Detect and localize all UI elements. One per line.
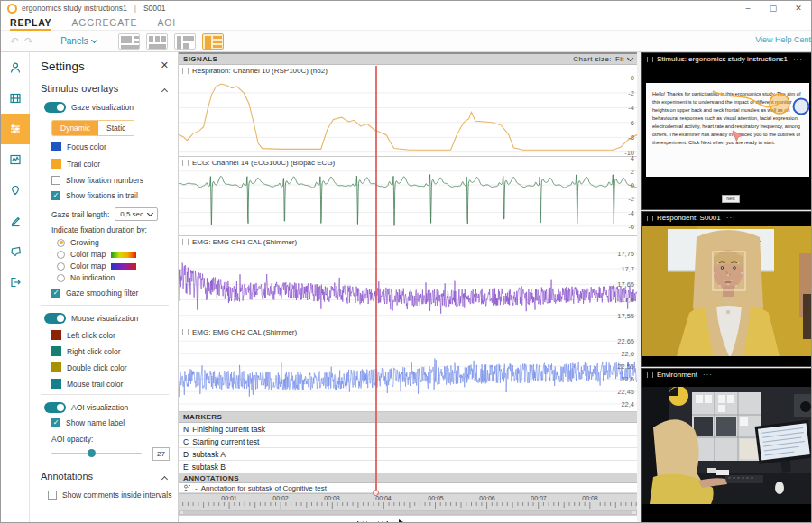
sidebar-item-annotations[interactable] xyxy=(1,206,30,236)
maximize-button[interactable]: ▢ xyxy=(761,1,786,15)
chevron-down-icon xyxy=(627,55,633,61)
colormap2-radio[interactable] xyxy=(57,262,65,271)
sidebar-item-settings[interactable] xyxy=(1,114,30,144)
chart-size-dropdown[interactable]: Chart size: Fit xyxy=(573,55,632,63)
timeline-labels: 00:0100:0200:0300:0400:0500:0600:0700:08 xyxy=(179,493,637,502)
focus-color-swatch[interactable] xyxy=(51,142,61,151)
double-click-color-swatch[interactable] xyxy=(51,362,61,372)
gaze-visualization-toggle[interactable] xyxy=(44,102,66,113)
playback-bar: 50 ms 1x 0:00:03.840 xyxy=(179,515,637,523)
emg-ch2-chart[interactable]: EMG: EMG CH2 CAL (Shimmer) 22,6522,622,5… xyxy=(179,326,637,412)
show-comments-row: Show comments inside intervals xyxy=(48,491,171,500)
settings-close-icon[interactable]: ✕ xyxy=(161,60,169,71)
chevron-down-icon xyxy=(147,210,153,216)
aoi-opacity-value[interactable]: 27 xyxy=(152,447,170,461)
marker-row[interactable]: Dsubtask A xyxy=(179,448,637,461)
sidebar-item-signals[interactable] xyxy=(1,144,30,175)
show-name-label-row: ✓ Show name label xyxy=(51,418,125,427)
show-fixation-numbers-checkbox[interactable] xyxy=(51,176,60,185)
option-colormap1-row: Color map xyxy=(57,250,136,259)
scrollbar-thumb[interactable] xyxy=(183,511,632,514)
ecg-chart[interactable]: ECG: Channel 14 (ECG100C) (Biopac ECG) 4… xyxy=(179,157,637,236)
tab-replay[interactable]: REPLAY xyxy=(10,15,51,31)
focus-color-row: Focus color xyxy=(51,142,106,151)
view-help-center-link[interactable]: View Help Center xyxy=(755,35,812,44)
show-name-label-checkbox[interactable]: ✓ xyxy=(51,418,60,427)
option-growing-row: Growing xyxy=(57,238,99,247)
layout-option-1-button[interactable] xyxy=(118,33,140,50)
drag-handle-icon[interactable] xyxy=(182,239,189,245)
mouse-visualization-toggle[interactable] xyxy=(44,313,66,324)
right-click-color-swatch[interactable] xyxy=(51,346,61,356)
tab-aggregate[interactable]: AGGREGATE xyxy=(71,15,137,31)
colormap1-gradient xyxy=(111,252,136,258)
panel-menu-icon[interactable]: ··· xyxy=(703,371,713,379)
respondent-panel-header[interactable]: Respondent: S0001 ··· xyxy=(642,212,812,224)
respiration-chart[interactable]: Respiration: Channel 10 (RSP100C) (no2) … xyxy=(179,65,637,157)
show-comments-checkbox[interactable] xyxy=(48,491,57,500)
gaze-smoothing-row: ✓ Gaze smoothing filter xyxy=(51,289,138,298)
collapse-chevron-icon[interactable] xyxy=(161,88,168,95)
respiration-chart-title: Respiration: Channel 10 (RSP100C) (no2) xyxy=(192,67,328,75)
ecg-chart-title: ECG: Channel 14 (ECG100C) (Biopac ECG) xyxy=(192,159,335,167)
tab-aoi[interactable]: AOI xyxy=(157,15,176,31)
aoi-opacity-slider[interactable] xyxy=(51,453,142,454)
drag-handle-icon[interactable] xyxy=(647,216,653,221)
slider-knob[interactable] xyxy=(88,449,96,457)
trail-color-swatch[interactable] xyxy=(51,159,61,169)
playhead-handle[interactable] xyxy=(373,490,379,496)
marker-row[interactable]: NFinishing current task xyxy=(179,423,637,436)
lasso-icon xyxy=(9,245,22,258)
colormap1-radio[interactable] xyxy=(57,251,65,259)
mouse-trail-color-swatch[interactable] xyxy=(51,379,61,389)
growing-radio[interactable] xyxy=(57,239,65,247)
drag-handle-icon[interactable] xyxy=(647,372,653,378)
signals-area: SIGNALS Chart size: Fit Respiration: Cha… xyxy=(179,52,637,523)
double-click-color-row: Double click color xyxy=(51,362,127,372)
minimize-button[interactable]: – xyxy=(735,1,761,15)
close-button[interactable]: ✕ xyxy=(786,1,811,15)
playback-speed-dropdown[interactable]: 1x xyxy=(564,520,579,523)
marker-row[interactable]: CStarting current test xyxy=(179,436,637,448)
sidebar-item-exit[interactable] xyxy=(1,267,30,298)
layout-option-3-button[interactable] xyxy=(174,33,196,50)
left-click-color-swatch[interactable] xyxy=(51,330,61,340)
show-fixations-in-trail-checkbox[interactable]: ✓ xyxy=(51,191,60,200)
annotations-section-header[interactable]: Annotations xyxy=(41,471,93,482)
sliders-icon xyxy=(9,123,22,135)
collapse-chevron-icon[interactable] xyxy=(161,476,168,482)
sidebar-item-markers[interactable] xyxy=(1,175,30,206)
drag-handle-icon[interactable] xyxy=(182,160,189,166)
environment-panel-header[interactable]: Environment ··· xyxy=(642,369,812,381)
undo-redo-icons[interactable]: ↶↷ xyxy=(10,35,39,48)
panel-menu-icon[interactable]: ··· xyxy=(726,214,736,222)
drag-handle-icon[interactable] xyxy=(182,68,189,74)
no-indication-radio[interactable] xyxy=(57,274,65,282)
dynamic-mode-button[interactable]: Dynamic xyxy=(52,121,98,135)
sidebar-item-respondents[interactable] xyxy=(1,52,30,83)
sidebar-item-aoi[interactable] xyxy=(1,236,30,267)
panels-dropdown[interactable]: Panels xyxy=(60,36,97,46)
playhead-line[interactable] xyxy=(375,66,377,490)
left-click-color-row: Left click color xyxy=(51,330,115,340)
application-window: ergonomics study instructions1 | S0001 –… xyxy=(0,0,812,523)
layout-option-4-button[interactable] xyxy=(202,33,224,50)
gaze-trail-length-dropdown[interactable]: 0,5 sec xyxy=(115,207,158,221)
exit-icon xyxy=(9,276,22,289)
step-size-label[interactable]: 50 ms xyxy=(428,520,448,523)
annotation-row[interactable]: - Annotation for subtask of Cognitive te… xyxy=(179,483,637,493)
marker-row[interactable]: Esubtask B xyxy=(179,461,637,473)
gaze-smoothing-checkbox[interactable]: ✓ xyxy=(51,289,60,298)
stimulus-overlays-header[interactable]: Stimulus overlays xyxy=(41,83,118,94)
timeline-ruler[interactable] xyxy=(179,502,637,510)
layout-option-2-button[interactable] xyxy=(146,33,168,50)
aoi-visualization-toggle[interactable] xyxy=(44,402,66,413)
emg-ch1-chart[interactable]: EMG: EMG CH1 CAL (Shimmer) 17,7517,717,6… xyxy=(179,236,637,326)
play-button[interactable] xyxy=(399,519,408,523)
video-column: Stimulus: ergonomics study instructions1… xyxy=(641,52,812,523)
gaze-visualization-toggle-row: Gaze visualization xyxy=(44,102,134,113)
drag-handle-icon[interactable] xyxy=(182,329,189,335)
sidebar-item-recordings[interactable] xyxy=(1,83,30,114)
study-title: ergonomics study instructions1 xyxy=(22,4,127,13)
static-mode-button[interactable]: Static xyxy=(98,121,134,135)
